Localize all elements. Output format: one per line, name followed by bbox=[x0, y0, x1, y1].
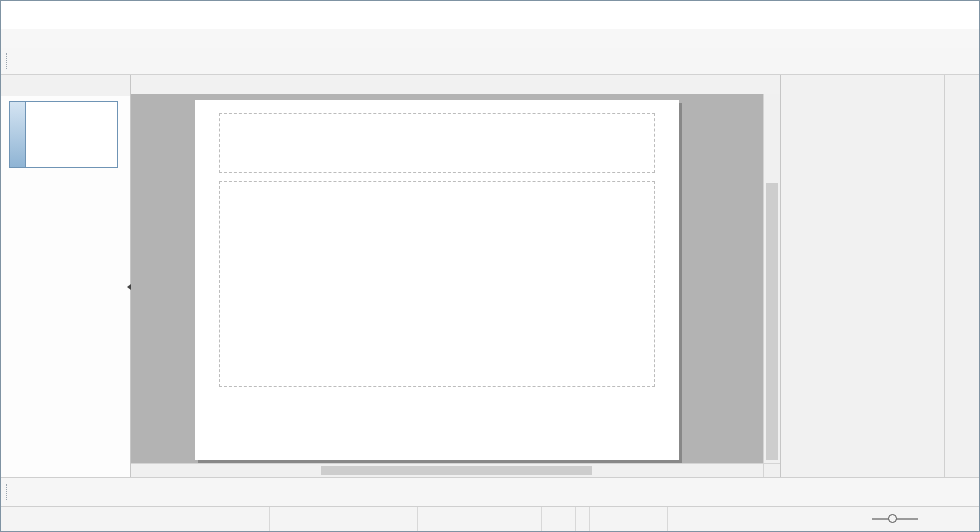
slide-thumbnail[interactable] bbox=[9, 101, 118, 168]
layout-grid bbox=[781, 113, 944, 119]
size-icon bbox=[424, 512, 438, 526]
layouts-section-header[interactable] bbox=[781, 97, 944, 113]
sidebar bbox=[780, 75, 979, 477]
properties-deck-header bbox=[781, 75, 944, 97]
vertical-scroll-thumb[interactable] bbox=[766, 183, 778, 460]
view-tabs bbox=[131, 75, 780, 94]
sidebar-menu-icon[interactable] bbox=[951, 78, 973, 94]
body-placeholder[interactable] bbox=[219, 181, 655, 387]
document-modified-status[interactable] bbox=[541, 507, 575, 531]
scroll-right-icon[interactable] bbox=[749, 464, 763, 477]
zoom-level[interactable] bbox=[935, 507, 979, 531]
zoom-out-icon[interactable] bbox=[857, 512, 867, 526]
slides-panel-header bbox=[1, 75, 130, 96]
fit-slide-icon bbox=[831, 512, 845, 526]
slide-page[interactable] bbox=[195, 100, 679, 460]
slide-layout-status[interactable] bbox=[667, 507, 829, 531]
impress-app-icon bbox=[9, 7, 25, 23]
toolbar-grip[interactable] bbox=[6, 484, 10, 500]
scroll-up-icon[interactable] bbox=[764, 94, 780, 108]
fit-slide-button[interactable] bbox=[829, 507, 855, 531]
zoom-slider-track[interactable] bbox=[872, 518, 918, 520]
panel-collapse-handle[interactable] bbox=[124, 276, 131, 298]
horizontal-scrollbar[interactable] bbox=[131, 464, 763, 477]
slide-canvas[interactable] bbox=[131, 94, 763, 463]
close-icon[interactable] bbox=[923, 80, 936, 93]
toolbar-grip[interactable] bbox=[6, 53, 10, 69]
drawing-toolbar bbox=[1, 477, 979, 506]
menubar bbox=[1, 29, 979, 48]
horizontal-scroll-thumb[interactable] bbox=[321, 466, 593, 475]
slide-thumbnail-page bbox=[25, 102, 117, 167]
sidebar-tabstrip bbox=[945, 75, 979, 477]
workspace bbox=[131, 75, 780, 477]
signature-status bbox=[575, 507, 589, 531]
slide-number bbox=[10, 102, 25, 167]
zoom-in-icon[interactable] bbox=[923, 512, 933, 526]
status-hint-area bbox=[1, 507, 269, 531]
scroll-left-icon[interactable] bbox=[131, 464, 145, 477]
slides-panel bbox=[1, 75, 131, 477]
statusbar bbox=[1, 506, 979, 531]
titlebar[interactable] bbox=[1, 1, 979, 29]
standard-toolbar bbox=[1, 48, 979, 75]
close-icon[interactable] bbox=[111, 79, 124, 92]
object-size-status[interactable] bbox=[417, 507, 541, 531]
scroll-down-icon[interactable] bbox=[763, 464, 780, 477]
cursor-position-status[interactable] bbox=[269, 507, 417, 531]
vertical-scrollbar[interactable] bbox=[763, 94, 780, 463]
properties-deck bbox=[781, 75, 945, 477]
slide-thumbnail-list bbox=[1, 96, 130, 477]
modified-icon bbox=[548, 512, 562, 526]
main-area bbox=[1, 75, 979, 477]
impress-window bbox=[0, 0, 980, 532]
collapse-triangle-icon bbox=[789, 102, 797, 110]
slide-count-status[interactable] bbox=[589, 507, 667, 531]
zoom-slider-thumb[interactable] bbox=[888, 514, 897, 523]
position-icon bbox=[276, 512, 290, 526]
zoom-slider[interactable] bbox=[855, 507, 935, 531]
title-placeholder[interactable] bbox=[219, 113, 655, 173]
